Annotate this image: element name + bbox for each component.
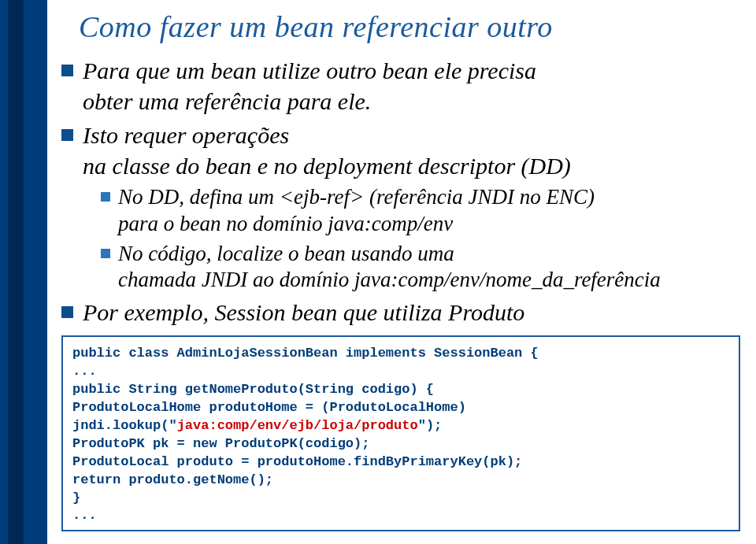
code-line: ... [72,507,729,525]
sub-bullet-item: No DD, defina um <ejb-ref> (referência J… [101,184,740,238]
code-line: return produto.getNome(); [72,472,729,490]
slide-title: Como fazer um bean referenciar outro [79,9,553,44]
code-text-highlight: java:comp/env/ejb/loja/produto [177,418,418,433]
square-bullet-icon [61,65,73,76]
bullet-text: No código, localize o bean usando uma ch… [118,241,661,294]
sub-bullet-list: No DD, defina um <ejb-ref> (referência J… [101,184,740,294]
code-text: jndi.lookup(" [72,418,177,433]
bullet-text: Por exemplo, Session bean que utiliza Pr… [83,297,524,328]
bullet-text: Para que um bean utilize outro bean ele … [83,55,536,117]
text-line: para o bean no domínio java:comp/env [118,212,453,235]
bullet-item: Isto requer operações na classe do bean … [61,120,740,181]
square-bullet-icon [61,129,73,141]
sidebar-stripe-inner [8,0,24,544]
bullet-text: Isto requer operações na classe do bean … [83,120,571,181]
code-line: jndi.lookup("java:comp/env/ejb/loja/prod… [72,417,729,435]
code-line: public class AdminLojaSessionBean implem… [72,345,729,363]
text-line: No código, localize o bean usando uma [118,242,454,265]
code-line: public String getNomeProduto(String codi… [72,381,729,399]
square-bullet-icon [61,306,73,318]
code-line: ProdutoLocalHome produtoHome = (ProdutoL… [72,399,729,417]
slide-content: Para que um bean utilize outro bean ele … [61,55,740,531]
code-line: ... [72,363,729,381]
bullet-text: No DD, defina um <ejb-ref> (referência J… [118,184,595,238]
slide: Como fazer um bean referenciar outro Par… [0,0,756,544]
code-line: ProdutoLocal produto = produtoHome.findB… [72,453,729,472]
square-bullet-icon [101,192,110,202]
text-line: Isto requer operações [83,122,289,148]
bullet-item: Por exemplo, Session bean que utiliza Pr… [61,297,740,328]
text-line: Para que um bean utilize outro bean ele … [83,57,536,83]
text-line: chamada JNDI ao domínio java:comp/env/no… [118,268,661,291]
text-line: obter uma referência para ele. [83,88,371,114]
code-text: "); [418,418,443,433]
code-text: ProdutoLocalHome produtoHome = (ProdutoL… [72,400,466,415]
bullet-item: Para que um bean utilize outro bean ele … [61,55,740,117]
sub-bullet-item: No código, localize o bean usando uma ch… [101,241,740,294]
sidebar-stripe [0,0,47,544]
code-block: public class AdminLojaSessionBean implem… [61,335,740,531]
square-bullet-icon [101,249,110,258]
text-line: No DD, defina um <ejb-ref> (referência J… [118,185,595,209]
text-line: na classe do bean e no deployment descri… [83,153,571,179]
code-line: ProdutoPK pk = new ProdutoPK(codigo); [72,435,729,453]
code-line: } [72,490,729,508]
